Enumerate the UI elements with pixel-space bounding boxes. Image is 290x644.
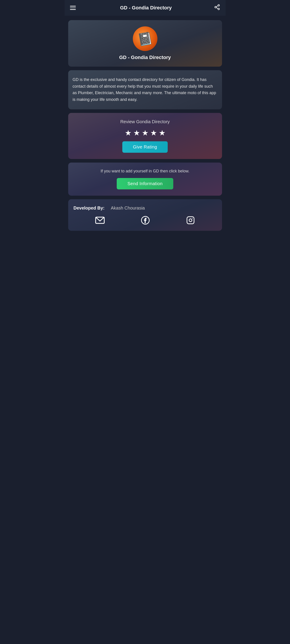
send-info-text: If you want to add yourself in GD then c… (100, 169, 190, 174)
facebook-icon[interactable] (141, 216, 150, 224)
star-1[interactable]: ★ (125, 128, 132, 137)
star-5[interactable]: ★ (159, 128, 166, 137)
svg-point-1 (215, 6, 216, 8)
review-card: Review Gondia Directory ★ ★ ★ ★ ★ Give R… (68, 113, 222, 159)
svg-point-8 (189, 219, 192, 222)
svg-point-2 (218, 8, 219, 10)
instagram-icon[interactable] (186, 216, 195, 224)
description-card: GD is the exclusive and handy contact di… (68, 70, 222, 109)
description-text: GD is the exclusive and handy contact di… (73, 76, 218, 103)
give-rating-button[interactable]: Give Rating (122, 141, 168, 153)
app-card-title: GD - Gondia Directory (119, 54, 171, 60)
menu-icon[interactable] (70, 6, 78, 10)
share-icon[interactable] (214, 4, 220, 12)
svg-rect-7 (187, 217, 194, 224)
developer-name: Akash Chourasia (111, 206, 145, 211)
developer-label: Developed By: (74, 206, 105, 211)
star-2[interactable]: ★ (133, 128, 140, 137)
social-links-row (74, 216, 217, 224)
stars-row: ★ ★ ★ ★ ★ (125, 128, 166, 137)
send-info-card: If you want to add yourself in GD then c… (68, 162, 222, 196)
star-4[interactable]: ★ (150, 128, 157, 137)
developer-card: Developed By: Akash Chourasia (68, 199, 222, 231)
star-3[interactable]: ★ (142, 128, 148, 137)
developer-info-row: Developed By: Akash Chourasia (74, 206, 217, 211)
svg-line-3 (216, 8, 218, 9)
header-title: GD - Gondia Directory (78, 5, 214, 11)
svg-point-0 (218, 4, 219, 6)
email-icon[interactable] (95, 216, 105, 224)
send-information-button[interactable]: Send Information (117, 178, 173, 190)
review-title: Review Gondia Directory (120, 119, 170, 124)
main-content: 📓 GD - Gondia Directory GD is the exclus… (64, 16, 226, 235)
svg-line-4 (216, 6, 218, 7)
svg-point-9 (192, 218, 193, 218)
app-info-card: 📓 GD - Gondia Directory (68, 20, 222, 67)
app-icon: 📓 (133, 26, 158, 51)
notebook-icon: 📓 (136, 30, 154, 47)
app-header: GD - Gondia Directory (64, 0, 226, 16)
